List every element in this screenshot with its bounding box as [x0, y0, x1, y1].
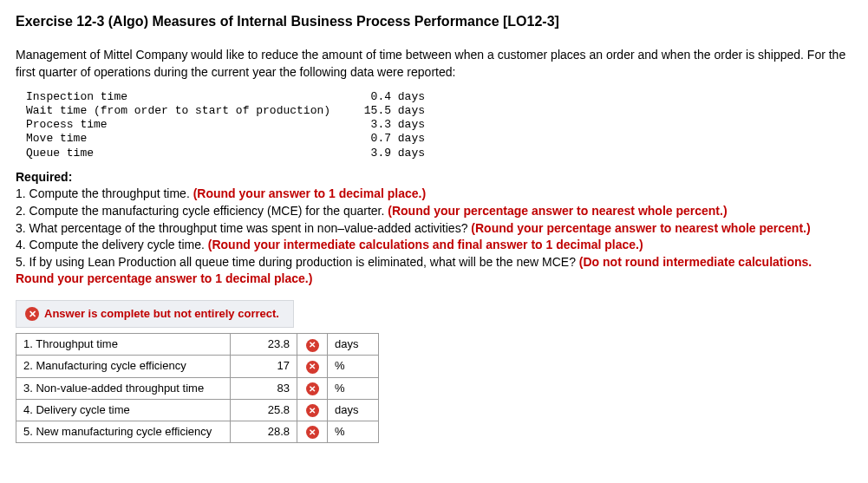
- requirement-item: 4. Compute the delivery cycle time. (Rou…: [16, 237, 852, 254]
- banner-text: Answer is complete but not entirely corr…: [44, 306, 279, 322]
- wrong-icon: ✕: [306, 426, 319, 439]
- answer-label: 1. Throughput time: [16, 334, 231, 356]
- requirement-text: 3. What percentage of the throughput tim…: [16, 221, 471, 235]
- answer-mark-cell: ✕: [297, 356, 328, 377]
- requirement-hint: (Round your percentage answer to nearest…: [471, 221, 810, 235]
- answer-unit: days: [328, 399, 379, 421]
- data-row: Inspection time0.4 days: [26, 90, 852, 104]
- answer-label: 2. Manufacturing cycle efficiency: [16, 356, 231, 377]
- table-row: 1. Throughput time23.8✕days: [16, 334, 379, 356]
- answer-label: 4. Delivery cycle time: [16, 399, 231, 421]
- answers-table: 1. Throughput time23.8✕days2. Manufactur…: [16, 333, 379, 443]
- data-row: Wait time (from order to start of produc…: [26, 104, 852, 118]
- requirement-text: 2. Compute the manufacturing cycle effic…: [16, 204, 388, 218]
- data-value: 3.3 days: [356, 118, 425, 132]
- answer-label: 5. New manufacturing cycle efficiency: [16, 421, 231, 442]
- requirement-text: 1. Compute the throughput time.: [16, 186, 193, 200]
- requirement-text: 5. If by using Lean Production all queue…: [16, 255, 579, 269]
- data-label: Process time: [26, 118, 356, 132]
- answer-value[interactable]: 28.8: [231, 421, 297, 442]
- answer-status-banner: ✕ Answer is complete but not entirely co…: [16, 300, 294, 328]
- data-label: Wait time (from order to start of produc…: [26, 104, 356, 118]
- requirement-item: 1. Compute the throughput time. (Round y…: [16, 186, 852, 203]
- requirement-text: 4. Compute the delivery cycle time.: [16, 238, 208, 251]
- answer-mark-cell: ✕: [297, 399, 328, 421]
- answer-value[interactable]: 17: [231, 356, 297, 377]
- answer-value[interactable]: 25.8: [231, 399, 297, 421]
- requirement-hint: (Round your percentage answer to nearest…: [388, 204, 727, 218]
- data-value: 15.5 days: [356, 104, 425, 118]
- requirement-hint: (Round your intermediate calculations an…: [208, 238, 643, 251]
- data-row: Queue time3.9 days: [26, 147, 852, 160]
- table-row: 2. Manufacturing cycle efficiency17✕%: [16, 356, 379, 377]
- exercise-title: Exercise 12-3 (Algo) Measures of Interna…: [16, 12, 852, 31]
- data-row: Move time0.7 days: [26, 132, 852, 146]
- wrong-icon: ✕: [25, 307, 39, 321]
- answer-value[interactable]: 83: [231, 377, 297, 399]
- data-label: Queue time: [26, 147, 356, 160]
- wrong-icon: ✕: [306, 382, 319, 395]
- table-row: 4. Delivery cycle time25.8✕days: [16, 399, 379, 421]
- required-heading: Required:: [16, 169, 852, 186]
- answer-mark-cell: ✕: [297, 334, 328, 356]
- answer-value[interactable]: 23.8: [231, 334, 297, 356]
- requirement-item: 2. Compute the manufacturing cycle effic…: [16, 203, 852, 220]
- answer-unit: %: [328, 356, 379, 377]
- answer-mark-cell: ✕: [297, 377, 328, 399]
- intro-paragraph: Management of Mittel Company would like …: [16, 47, 852, 81]
- wrong-icon: ✕: [306, 339, 319, 352]
- data-value: 0.7 days: [356, 132, 425, 146]
- data-value: 3.9 days: [356, 147, 425, 160]
- answer-unit: %: [328, 377, 379, 399]
- data-row: Process time3.3 days: [26, 118, 852, 132]
- table-row: 3. Non-value-added throughput time83✕%: [16, 377, 379, 399]
- answer-mark-cell: ✕: [297, 421, 328, 442]
- data-table: Inspection time0.4 daysWait time (from o…: [26, 90, 852, 160]
- data-label: Move time: [26, 132, 356, 146]
- wrong-icon: ✕: [306, 404, 319, 417]
- wrong-icon: ✕: [306, 361, 319, 374]
- table-row: 5. New manufacturing cycle efficiency28.…: [16, 421, 379, 442]
- data-label: Inspection time: [26, 90, 356, 104]
- requirements-list: 1. Compute the throughput time. (Round y…: [16, 186, 852, 288]
- data-value: 0.4 days: [356, 90, 425, 104]
- requirement-hint: (Round your answer to 1 decimal place.): [193, 186, 426, 200]
- answer-unit: days: [328, 334, 379, 356]
- requirement-item: 3. What percentage of the throughput tim…: [16, 220, 852, 238]
- answer-label: 3. Non-value-added throughput time: [16, 377, 231, 399]
- answer-unit: %: [328, 421, 379, 442]
- requirement-item: 5. If by using Lean Production all queue…: [16, 254, 852, 288]
